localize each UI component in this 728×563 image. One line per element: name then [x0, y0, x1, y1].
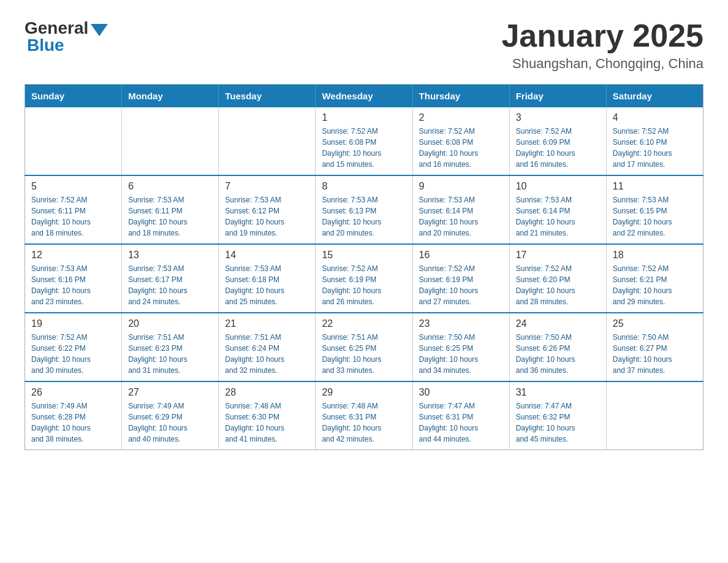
calendar-cell: 25Sunrise: 7:50 AM Sunset: 6:27 PM Dayli… — [606, 313, 703, 381]
calendar-cell — [25, 107, 122, 175]
calendar-cell: 3Sunrise: 7:52 AM Sunset: 6:09 PM Daylig… — [509, 107, 606, 175]
day-number: 22 — [322, 318, 406, 329]
calendar-cell — [606, 381, 703, 450]
calendar-cell: 6Sunrise: 7:53 AM Sunset: 6:11 PM Daylig… — [122, 175, 219, 244]
day-info: Sunrise: 7:48 AM Sunset: 6:31 PM Dayligh… — [322, 400, 406, 445]
day-number: 31 — [516, 387, 600, 398]
header-day-saturday: Saturday — [606, 85, 703, 108]
day-number: 3 — [516, 112, 600, 123]
logo-triangle-icon — [91, 24, 108, 36]
header-day-thursday: Thursday — [412, 85, 509, 108]
day-number: 4 — [613, 112, 697, 123]
day-number: 30 — [419, 387, 503, 398]
day-info: Sunrise: 7:52 AM Sunset: 6:19 PM Dayligh… — [419, 263, 503, 307]
day-number: 20 — [128, 318, 212, 329]
day-number: 15 — [322, 250, 406, 261]
week-row-2: 5Sunrise: 7:52 AM Sunset: 6:11 PM Daylig… — [25, 175, 703, 244]
day-info: Sunrise: 7:52 AM Sunset: 6:09 PM Dayligh… — [516, 126, 600, 170]
logo-blue-text: Blue — [27, 36, 64, 55]
day-number: 8 — [322, 181, 406, 192]
day-number: 19 — [31, 318, 115, 329]
day-info: Sunrise: 7:51 AM Sunset: 6:23 PM Dayligh… — [128, 332, 212, 376]
week-row-5: 26Sunrise: 7:49 AM Sunset: 6:28 PM Dayli… — [25, 381, 703, 450]
day-info: Sunrise: 7:53 AM Sunset: 6:17 PM Dayligh… — [128, 263, 212, 307]
header-row: SundayMondayTuesdayWednesdayThursdayFrid… — [25, 85, 703, 108]
day-number: 29 — [322, 387, 406, 398]
day-info: Sunrise: 7:50 AM Sunset: 6:27 PM Dayligh… — [613, 332, 697, 376]
week-row-1: 1Sunrise: 7:52 AM Sunset: 6:08 PM Daylig… — [25, 107, 703, 175]
day-info: Sunrise: 7:49 AM Sunset: 6:28 PM Dayligh… — [31, 400, 115, 445]
day-info: Sunrise: 7:53 AM Sunset: 6:18 PM Dayligh… — [225, 263, 309, 307]
day-number: 7 — [225, 181, 309, 192]
calendar-cell: 27Sunrise: 7:49 AM Sunset: 6:29 PM Dayli… — [122, 381, 219, 450]
day-info: Sunrise: 7:53 AM Sunset: 6:14 PM Dayligh… — [419, 194, 503, 239]
day-number: 1 — [322, 112, 406, 123]
calendar-body: 1Sunrise: 7:52 AM Sunset: 6:08 PM Daylig… — [25, 107, 703, 450]
day-info: Sunrise: 7:48 AM Sunset: 6:30 PM Dayligh… — [225, 400, 309, 445]
page-title: January 2025 — [501, 18, 703, 53]
day-info: Sunrise: 7:52 AM Sunset: 6:08 PM Dayligh… — [419, 126, 503, 170]
day-number: 28 — [225, 387, 309, 398]
day-number: 13 — [128, 250, 212, 261]
day-number: 16 — [419, 250, 503, 261]
header-day-monday: Monday — [122, 85, 219, 108]
calendar-cell: 8Sunrise: 7:53 AM Sunset: 6:13 PM Daylig… — [316, 175, 412, 244]
calendar-cell: 18Sunrise: 7:52 AM Sunset: 6:21 PM Dayli… — [606, 244, 703, 313]
week-row-3: 12Sunrise: 7:53 AM Sunset: 6:16 PM Dayli… — [25, 244, 703, 313]
day-number: 12 — [31, 250, 115, 261]
calendar-cell: 11Sunrise: 7:53 AM Sunset: 6:15 PM Dayli… — [606, 175, 703, 244]
calendar-cell: 26Sunrise: 7:49 AM Sunset: 6:28 PM Dayli… — [25, 381, 122, 450]
calendar-cell: 9Sunrise: 7:53 AM Sunset: 6:14 PM Daylig… — [412, 175, 509, 244]
day-number: 27 — [128, 387, 212, 398]
calendar-cell: 24Sunrise: 7:50 AM Sunset: 6:26 PM Dayli… — [509, 313, 606, 381]
day-info: Sunrise: 7:52 AM Sunset: 6:22 PM Dayligh… — [31, 332, 115, 376]
day-number: 25 — [613, 318, 697, 329]
day-number: 2 — [419, 112, 503, 123]
day-info: Sunrise: 7:53 AM Sunset: 6:12 PM Dayligh… — [225, 194, 309, 239]
day-number: 9 — [419, 181, 503, 192]
day-info: Sunrise: 7:50 AM Sunset: 6:26 PM Dayligh… — [516, 332, 600, 376]
logo: General Blue — [25, 18, 108, 55]
day-info: Sunrise: 7:52 AM Sunset: 6:10 PM Dayligh… — [613, 126, 697, 170]
day-number: 26 — [31, 387, 115, 398]
day-info: Sunrise: 7:52 AM Sunset: 6:20 PM Dayligh… — [516, 263, 600, 307]
calendar-cell: 21Sunrise: 7:51 AM Sunset: 6:24 PM Dayli… — [219, 313, 316, 381]
day-info: Sunrise: 7:49 AM Sunset: 6:29 PM Dayligh… — [128, 400, 212, 445]
day-info: Sunrise: 7:51 AM Sunset: 6:25 PM Dayligh… — [322, 332, 406, 376]
header-day-wednesday: Wednesday — [316, 85, 412, 108]
day-number: 11 — [613, 181, 697, 192]
header-day-friday: Friday — [509, 85, 606, 108]
day-info: Sunrise: 7:47 AM Sunset: 6:32 PM Dayligh… — [516, 400, 600, 445]
day-number: 23 — [419, 318, 503, 329]
day-number: 10 — [516, 181, 600, 192]
calendar-table: SundayMondayTuesdayWednesdayThursdayFrid… — [25, 84, 703, 450]
header-day-sunday: Sunday — [25, 85, 122, 108]
calendar-cell: 23Sunrise: 7:50 AM Sunset: 6:25 PM Dayli… — [412, 313, 509, 381]
calendar-cell: 31Sunrise: 7:47 AM Sunset: 6:32 PM Dayli… — [509, 381, 606, 450]
calendar-cell: 30Sunrise: 7:47 AM Sunset: 6:31 PM Dayli… — [412, 381, 509, 450]
calendar-cell — [122, 107, 219, 175]
calendar-cell: 19Sunrise: 7:52 AM Sunset: 6:22 PM Dayli… — [25, 313, 122, 381]
day-info: Sunrise: 7:50 AM Sunset: 6:25 PM Dayligh… — [419, 332, 503, 376]
calendar-cell: 1Sunrise: 7:52 AM Sunset: 6:08 PM Daylig… — [316, 107, 412, 175]
day-info: Sunrise: 7:52 AM Sunset: 6:19 PM Dayligh… — [322, 263, 406, 307]
calendar-cell: 12Sunrise: 7:53 AM Sunset: 6:16 PM Dayli… — [25, 244, 122, 313]
day-number: 24 — [516, 318, 600, 329]
calendar-cell: 15Sunrise: 7:52 AM Sunset: 6:19 PM Dayli… — [316, 244, 412, 313]
calendar-cell: 28Sunrise: 7:48 AM Sunset: 6:30 PM Dayli… — [219, 381, 316, 450]
day-info: Sunrise: 7:52 AM Sunset: 6:11 PM Dayligh… — [31, 194, 115, 239]
day-number: 5 — [31, 181, 115, 192]
calendar-cell: 5Sunrise: 7:52 AM Sunset: 6:11 PM Daylig… — [25, 175, 122, 244]
calendar-cell: 16Sunrise: 7:52 AM Sunset: 6:19 PM Dayli… — [412, 244, 509, 313]
calendar-cell: 20Sunrise: 7:51 AM Sunset: 6:23 PM Dayli… — [122, 313, 219, 381]
day-number: 17 — [516, 250, 600, 261]
calendar-cell: 17Sunrise: 7:52 AM Sunset: 6:20 PM Dayli… — [509, 244, 606, 313]
calendar-cell: 10Sunrise: 7:53 AM Sunset: 6:14 PM Dayli… — [509, 175, 606, 244]
calendar-cell: 2Sunrise: 7:52 AM Sunset: 6:08 PM Daylig… — [412, 107, 509, 175]
day-info: Sunrise: 7:52 AM Sunset: 6:08 PM Dayligh… — [322, 126, 406, 170]
page-subtitle: Shuangshan, Chongqing, China — [501, 56, 703, 72]
day-info: Sunrise: 7:52 AM Sunset: 6:21 PM Dayligh… — [613, 263, 697, 307]
title-section: January 2025 Shuangshan, Chongqing, Chin… — [501, 18, 703, 72]
day-info: Sunrise: 7:53 AM Sunset: 6:15 PM Dayligh… — [613, 194, 697, 239]
day-number: 6 — [128, 181, 212, 192]
